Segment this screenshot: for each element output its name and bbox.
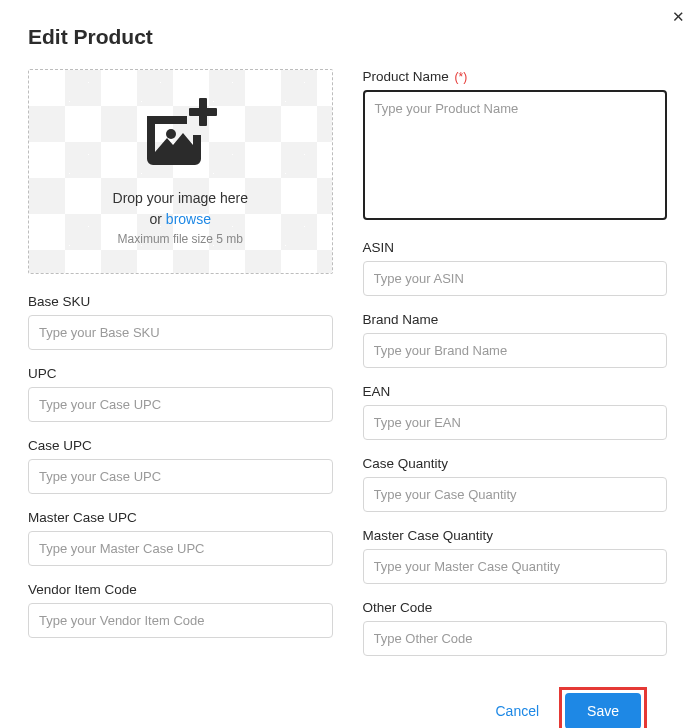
- save-button-highlight: Save: [559, 687, 647, 728]
- case-upc-label: Case UPC: [28, 438, 333, 453]
- page-title: Edit Product: [28, 25, 667, 49]
- ean-label: EAN: [363, 384, 668, 399]
- required-indicator: (*): [455, 70, 468, 84]
- master-case-upc-label: Master Case UPC: [28, 510, 333, 525]
- image-dropzone[interactable]: Drop your image here or browse Maximum f…: [28, 69, 333, 274]
- browse-link[interactable]: browse: [166, 211, 211, 227]
- base-sku-input[interactable]: [28, 315, 333, 350]
- upc-label: UPC: [28, 366, 333, 381]
- left-column: Drop your image here or browse Maximum f…: [28, 69, 333, 672]
- master-case-quantity-label: Master Case Quantity: [363, 528, 668, 543]
- asin-label: ASIN: [363, 240, 668, 255]
- cancel-button[interactable]: Cancel: [495, 703, 539, 719]
- base-sku-label: Base SKU: [28, 294, 333, 309]
- master-case-quantity-input[interactable]: [363, 549, 668, 584]
- case-quantity-label: Case Quantity: [363, 456, 668, 471]
- master-case-upc-input[interactable]: [28, 531, 333, 566]
- dropzone-subtext: Maximum file size 5 mb: [113, 232, 248, 246]
- ean-input[interactable]: [363, 405, 668, 440]
- svg-rect-1: [189, 108, 217, 116]
- other-code-input[interactable]: [363, 621, 668, 656]
- edit-product-dialog: Edit Product Drop your image: [0, 0, 695, 728]
- upc-input[interactable]: [28, 387, 333, 422]
- brand-name-label: Brand Name: [363, 312, 668, 327]
- save-button[interactable]: Save: [565, 693, 641, 728]
- close-button[interactable]: ✕: [666, 5, 690, 29]
- add-image-icon: [141, 98, 219, 170]
- product-name-label: Product Name (*): [363, 69, 668, 84]
- right-column: Product Name (*) ASIN Brand Name EAN Cas…: [363, 69, 668, 672]
- brand-name-input[interactable]: [363, 333, 668, 368]
- dialog-footer: Cancel Save: [28, 672, 667, 728]
- case-upc-input[interactable]: [28, 459, 333, 494]
- asin-input[interactable]: [363, 261, 668, 296]
- case-quantity-input[interactable]: [363, 477, 668, 512]
- vendor-item-code-input[interactable]: [28, 603, 333, 638]
- other-code-label: Other Code: [363, 600, 668, 615]
- vendor-item-code-label: Vendor Item Code: [28, 582, 333, 597]
- close-icon: ✕: [672, 8, 685, 26]
- product-name-input[interactable]: [363, 90, 668, 220]
- svg-point-2: [166, 129, 176, 139]
- dropzone-text: Drop your image here or browse: [113, 188, 248, 230]
